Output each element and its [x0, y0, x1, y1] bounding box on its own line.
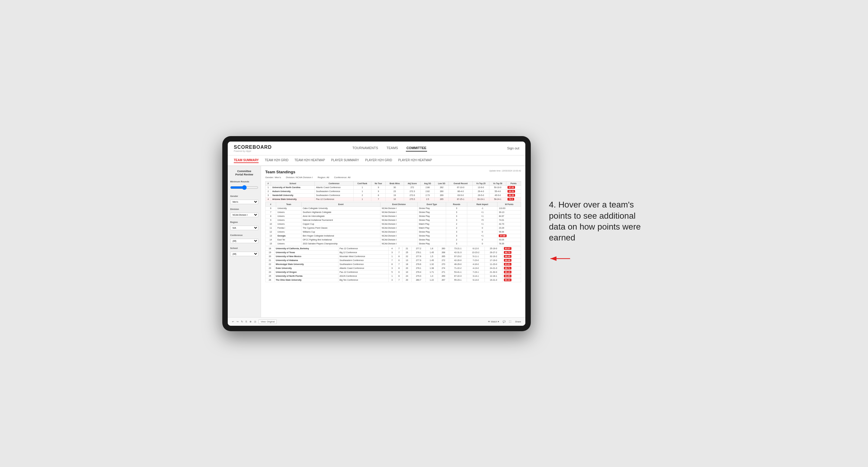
division-label: Division	[230, 208, 258, 211]
conference-select[interactable]: (All)	[230, 239, 258, 243]
fullscreen-button[interactable]: ⛶	[509, 320, 512, 323]
gender-label: Gender	[230, 195, 258, 197]
sign-out-button[interactable]: Sign out	[507, 146, 519, 150]
tt-points[interactable]: 110.63	[497, 206, 521, 210]
tt-points[interactable]: 56.64	[497, 230, 521, 234]
table-row[interactable]: 25 University of North Florida ASUN Conf…	[266, 274, 521, 278]
table-row[interactable]: 4 Arizona State University Pac-12 Confer…	[266, 197, 521, 201]
row-tours: 9	[371, 189, 385, 193]
tt-rank: 13	[266, 234, 276, 238]
tt-impact: -1	[467, 206, 497, 210]
row-points[interactable]: 88.49	[502, 254, 521, 258]
row-points[interactable]: 97.02	[506, 185, 521, 189]
row-points[interactable]: 93.31	[506, 189, 521, 193]
tt-impact: 0	[467, 238, 497, 242]
refresh-button[interactable]: ↻	[241, 320, 243, 323]
settings-button[interactable]: ⊕	[249, 320, 252, 323]
row-points[interactable]: 83.81	[502, 262, 521, 266]
tt-points[interactable]: 23.29	[497, 226, 521, 230]
table-row[interactable]: 20 University of New Mexico Mountain Wes…	[266, 254, 521, 258]
tt-team: University	[276, 206, 302, 210]
tt-points[interactable]: 97.86	[497, 234, 521, 238]
table-row[interactable]: 3 Vanderbilt University Southeastern Con…	[266, 193, 521, 197]
row-record: 42-31-3	[449, 250, 467, 254]
sidebar-school: School (All)	[230, 247, 258, 256]
filter-region-value: All	[327, 176, 329, 179]
redo-button[interactable]: ↪	[237, 320, 239, 323]
row-points[interactable]: 88.71	[502, 266, 521, 270]
tab-team-h2h-heatmap[interactable]: TEAM H2H HEATMAP	[294, 158, 325, 163]
tooltip-row: 6 University Cabo Collegiate University …	[266, 206, 521, 210]
tt-points[interactable]: 74.01	[497, 218, 521, 222]
tt-col-impact: Rank Impact	[467, 202, 497, 206]
tt-event: Southern Highlands Collegiate	[301, 210, 380, 214]
share-button[interactable]: Share	[515, 320, 521, 323]
tt-div: NCAA Division I	[380, 222, 418, 226]
row-tours: 8	[371, 193, 385, 197]
tab-player-h2h-grid[interactable]: PLAYER H2H GRID	[365, 158, 392, 163]
min-rounds-label: Minimum Rounds	[230, 180, 258, 183]
row-top25: 29-5-0	[472, 193, 489, 197]
row-points[interactable]: 83.07	[502, 247, 521, 250]
row-conf-rank: 3	[389, 266, 396, 270]
nav-committee[interactable]: COMMITTEE	[406, 145, 427, 152]
school-select[interactable]: (All)	[230, 252, 258, 256]
tt-points[interactable]: 30-13	[497, 210, 521, 214]
undo-button[interactable]: ↩	[232, 320, 234, 323]
tab-player-h2h-heatmap[interactable]: PLAYER H2H HEATMAP	[398, 158, 432, 163]
table-row[interactable]: 23 Duke University Atlantic Coast Confer…	[266, 266, 521, 270]
table-row[interactable]: 24 University of Oregon Pac-12 Conferenc…	[266, 270, 521, 274]
gender-select[interactable]: Men's	[230, 199, 258, 204]
row-bnds-wins: 21	[403, 247, 412, 250]
row-points[interactable]: 90.35	[506, 193, 521, 197]
tt-event: The Cypress Point Classic	[301, 226, 380, 230]
tab-team-summary[interactable]: TEAM SUMMARY	[234, 158, 258, 163]
copy-button[interactable]: ⎘	[246, 320, 247, 323]
row-top25: 13-23-2	[467, 250, 485, 254]
row-adj-score: 272	[404, 185, 421, 189]
table-row[interactable]: 19 University of Texas Big 12 Conference…	[266, 250, 521, 254]
tt-div: NCAA Division I	[380, 206, 418, 210]
tab-player-summary[interactable]: PLAYER SUMMARY	[331, 158, 359, 163]
row-points[interactable]: 88.70	[502, 250, 521, 254]
region-select[interactable]: N/A	[230, 226, 258, 230]
conference-label: Conference	[230, 234, 258, 237]
watch-button[interactable]: 👁 Watch ▾	[488, 320, 499, 323]
row-rank: 18	[266, 247, 275, 250]
row-conf: Big Ten Conference	[338, 278, 388, 282]
table-row[interactable]: 18 University of California, Berkeley Pa…	[266, 247, 521, 250]
tt-points[interactable]: 43.05	[497, 238, 521, 242]
division-select[interactable]: NCAA Division I	[230, 213, 258, 217]
table-row[interactable]: 2 Auburn University Southeastern Confere…	[266, 189, 521, 193]
sidebar: CommitteePortal Review Minimum Rounds Ge…	[228, 166, 261, 317]
view-original-button[interactable]: View: Original	[258, 319, 277, 324]
row-conf: Pac-12 Conference	[314, 197, 353, 201]
row-rank: 25	[266, 274, 275, 278]
page-wrapper: SCOREBOARD Powered by clippd TOURNAMENTS…	[222, 136, 646, 331]
comment-button[interactable]: 💬	[503, 320, 505, 323]
row-adj-score: 272.3	[404, 189, 421, 193]
row-points[interactable]: 80.34	[502, 278, 521, 282]
table-row[interactable]: 22 Mississippi State University Southeas…	[266, 262, 521, 266]
tt-points[interactable]: 42.73	[497, 222, 521, 226]
school-label: School	[230, 247, 258, 250]
tab-team-h2h-grid[interactable]: TEAM H2H GRID	[265, 158, 288, 163]
tt-points[interactable]: 84.97	[497, 214, 521, 218]
col-conference: Conference	[314, 181, 353, 185]
table-row[interactable]: 26 The Ohio State University Big Ten Con…	[266, 278, 521, 282]
row-points[interactable]: 79.5	[506, 197, 521, 201]
tt-points[interactable]: 78.35	[497, 242, 521, 246]
clock-button[interactable]: ◷	[254, 320, 256, 323]
table-row[interactable]: 1 University of North Carolina Atlantic …	[266, 185, 521, 189]
nav-tournaments[interactable]: TOURNAMENTS	[352, 145, 379, 152]
tt-div: NCAA Division I	[380, 238, 418, 242]
row-points[interactable]: 83.89	[502, 274, 521, 278]
nav-teams[interactable]: TEAMS	[386, 145, 399, 152]
col-rank: #	[266, 181, 271, 185]
row-points[interactable]: 88.16	[502, 270, 521, 274]
row-points[interactable]: 88.48	[502, 258, 521, 262]
update-time: Update time: 13/03/2024 10:03:42	[489, 170, 521, 172]
min-rounds-slider[interactable]	[230, 185, 258, 190]
table-row[interactable]: 21 University of Alabama Southeastern Co…	[266, 258, 521, 262]
row-record: 71-22-2	[449, 266, 467, 270]
